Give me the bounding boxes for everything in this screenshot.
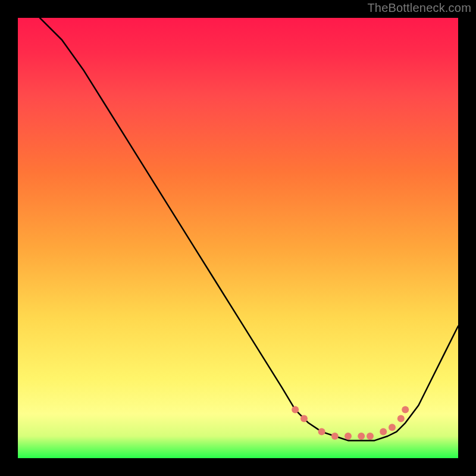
optimal-dot [345, 433, 352, 440]
optimal-dot [397, 415, 405, 422]
optimal-dot [367, 433, 374, 440]
plot-area [18, 18, 458, 458]
optimal-dot [331, 433, 339, 440]
optimal-dot [402, 406, 409, 414]
optimal-dot [292, 406, 299, 414]
watermark-text: TheBottleneck.com [367, 1, 471, 15]
optimal-dot [318, 428, 325, 436]
optimal-dot [358, 433, 365, 440]
bottleneck-curve-line [40, 18, 458, 440]
optimal-dot [300, 415, 308, 422]
curve-svg [18, 18, 458, 458]
optimal-dot [380, 428, 387, 436]
chart-container: TheBottleneck.com [0, 0, 476, 476]
optimal-dot [389, 424, 396, 431]
